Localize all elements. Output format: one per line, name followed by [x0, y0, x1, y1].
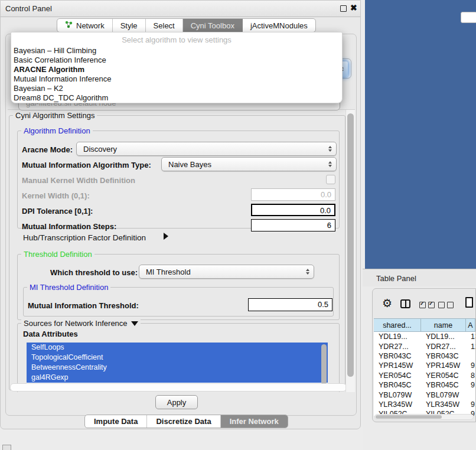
combo-spinner-icon — [328, 161, 332, 167]
select-all-checkboxes-icon[interactable] — [419, 302, 435, 308]
control-panel-tabbar: Network Style Select Cyni Toolbox jActiv… — [57, 18, 316, 32]
table-row[interactable]: YER054CYER054C8. — [374, 371, 475, 380]
table-row[interactable]: YDR27...YDR27...12 — [374, 341, 475, 351]
settings-scrollbar-track[interactable] — [345, 110, 355, 392]
table-hscrollbar-thumb[interactable] — [376, 415, 442, 419]
manual-kernel-checkbox[interactable] — [326, 175, 335, 184]
table-body: YDL19...YDL19...13YDR27...YDR27...12YBR0… — [374, 332, 475, 416]
table-cell: YDL19... — [421, 332, 466, 341]
network-icon — [65, 21, 73, 30]
data-attributes-label: Data Attributes — [23, 330, 78, 338]
dpi-tolerance-input[interactable]: 0.0 — [251, 204, 335, 216]
table-panel-header: Table Panel — [363, 269, 476, 287]
table-row[interactable]: YBL079WYBL079W — [374, 390, 475, 399]
algorithm-select-popup: Select algorithm to view settings Bayesi… — [11, 32, 343, 103]
tab-discretize-data-label: Discretize Data — [156, 417, 211, 426]
algorithm-option[interactable]: Dream8 DC_TDC Algorithm — [11, 93, 342, 103]
control-panel-title: Control Panel — [5, 4, 52, 13]
tab-infer-network[interactable]: Infer Network — [221, 415, 288, 428]
combo-spinner-icon — [328, 146, 332, 152]
expander-collapsed-icon[interactable] — [164, 233, 168, 240]
algorithm-option[interactable]: Basic Correlation Inference — [11, 56, 342, 65]
tab-discretize-data[interactable]: Discretize Data — [147, 415, 220, 428]
settings-scrollbar-thumb[interactable] — [347, 113, 354, 377]
tab-jactivemnodules[interactable]: jActiveMNodules — [243, 19, 315, 32]
close-panel-icon[interactable]: ✖ — [350, 3, 357, 12]
table-column-header[interactable]: shared... — [374, 319, 421, 331]
which-threshold-combo[interactable]: MI Threshold — [139, 265, 314, 279]
tab-network-label: Network — [76, 21, 105, 30]
table-cell: YPR145W — [374, 361, 421, 370]
table-column-header[interactable]: A — [466, 319, 475, 331]
mi-type-label: Mutual Information Algorithm Type: — [22, 161, 151, 169]
tab-select[interactable]: Select — [146, 19, 183, 32]
mi-steps-input[interactable]: 6 — [251, 219, 335, 231]
algorithm-option[interactable]: Bayesian – K2 — [11, 84, 342, 93]
data-attribute-item[interactable]: BetweennessCentrality — [27, 363, 328, 373]
horizontal-scrollbar[interactable] — [10, 383, 347, 392]
aracne-mode-label: Aracne Mode: — [22, 145, 73, 154]
table-cell: YLR345W — [421, 400, 466, 409]
mi-type-combo[interactable]: Naive Bayes — [161, 157, 337, 171]
table-cell: YPR145W — [421, 361, 466, 370]
apply-button[interactable]: Apply — [155, 395, 198, 409]
table-cell: YER054C — [421, 371, 466, 380]
table-cell: YBR043C — [374, 351, 421, 361]
list-scrollbar-thumb[interactable] — [321, 344, 327, 384]
tab-impute-data[interactable]: Impute Data — [85, 415, 147, 428]
table-cell: YBR045C — [421, 380, 466, 390]
table-row[interactable]: YDL19...YDL19...13 — [374, 332, 475, 341]
threshold-definition-title: Threshold Definition — [21, 250, 94, 259]
algorithm-option[interactable]: Bayesian – Hill Climbing — [11, 46, 342, 56]
table-cell: YDR27... — [374, 341, 421, 351]
table-row[interactable]: YPR145WYPR145W9. — [374, 361, 475, 370]
table-column-header[interactable]: name — [421, 319, 466, 331]
table-panel-area: ⚙ shared...nameA YDL19...YDL19...13YDR27… — [363, 286, 476, 450]
table-cell: YBR043C — [421, 351, 466, 361]
combo-spinner-icon — [306, 269, 309, 275]
network-overlay-fragment — [461, 12, 476, 23]
algorithm-option[interactable]: Mutual Information Inference — [11, 74, 342, 84]
table-cell: 12 — [466, 341, 475, 351]
table-cell: 13 — [466, 332, 475, 341]
tab-network[interactable]: Network — [57, 19, 113, 32]
kernel-width-label: Kernel Width (0,1): — [22, 191, 90, 200]
tab-cyni-toolbox[interactable]: Cyni Toolbox — [183, 19, 243, 32]
mi-threshold-input[interactable]: 0.5 — [248, 298, 332, 311]
algorithm-popup-prompt: Select algorithm to view settings — [11, 32, 342, 46]
algorithm-definition-title: Algorithm Definition — [21, 126, 93, 135]
aracne-mode-value: Discovery — [83, 145, 117, 154]
expander-open-icon — [131, 321, 138, 326]
table-cell: YBL079W — [374, 390, 421, 399]
table-cell: YBR045C — [374, 380, 421, 390]
deselect-all-checkboxes-icon[interactable] — [438, 302, 454, 308]
tab-style[interactable]: Style — [113, 19, 146, 32]
new-table-icon[interactable] — [465, 297, 473, 308]
floating-panel-icon[interactable] — [2, 445, 11, 450]
which-threshold-label: Which threshold to use: — [50, 268, 138, 277]
float-panel-icon[interactable] — [340, 5, 347, 12]
table-hscrollbar[interactable] — [374, 414, 474, 420]
table-header-row: shared...nameA — [374, 318, 475, 332]
mi-steps-label: Mutual Information Steps: — [22, 222, 116, 231]
algorithm-popup-items: Bayesian – Hill ClimbingBasic Correlatio… — [11, 46, 342, 103]
hub-expander-label[interactable]: Hub/Transcription Factor Definition — [23, 233, 146, 242]
data-attribute-item[interactable]: gal4RGexp — [27, 373, 328, 383]
table-row[interactable]: YLR345WYLR345W9. — [374, 400, 475, 409]
cyni-algorithm-settings-title: Cyni Algorithm Settings — [13, 111, 97, 120]
table-row[interactable]: YBR043CYBR043C — [374, 351, 475, 361]
columns-icon[interactable] — [400, 299, 410, 308]
tab-infer-network-label: Infer Network — [230, 417, 279, 426]
data-attributes-list[interactable]: SelfLoopsTopologicalCoefficientBetweenne… — [27, 343, 328, 390]
node-table: shared...nameA YDL19...YDL19...13YDR27..… — [374, 318, 475, 416]
sources-title-row[interactable]: Sources for Network Inference — [21, 319, 141, 328]
tab-impute-data-label: Impute Data — [94, 417, 138, 426]
aracne-mode-combo[interactable]: Discovery — [76, 142, 337, 156]
gear-icon[interactable]: ⚙ — [382, 298, 392, 309]
data-attribute-item[interactable]: TopologicalCoefficient — [27, 353, 328, 363]
kernel-width-input[interactable]: 0.0 — [251, 188, 335, 201]
which-threshold-value: MI Threshold — [146, 268, 191, 276]
data-attribute-item[interactable]: SelfLoops — [27, 343, 328, 353]
algorithm-option[interactable]: ARACNE Algorithm — [11, 65, 342, 74]
table-row[interactable]: YBR045CYBR045C9. — [374, 380, 475, 390]
